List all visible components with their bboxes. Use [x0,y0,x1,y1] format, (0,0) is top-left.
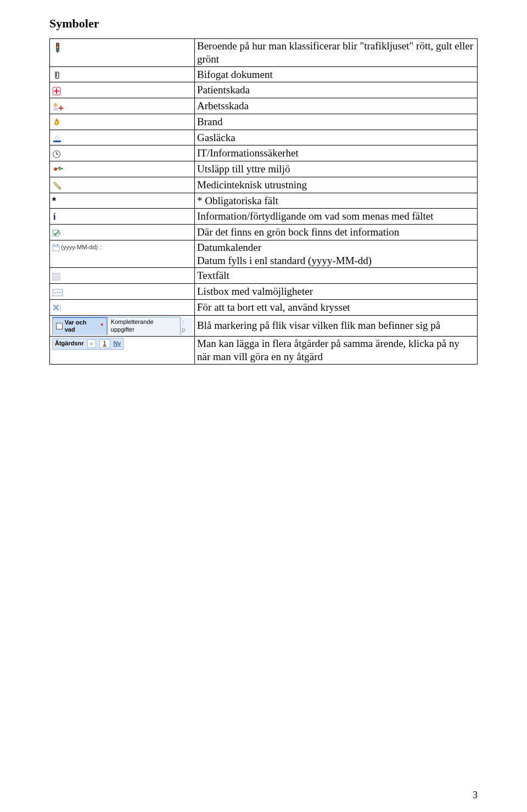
table-row: i Information/förtydligande om vad som m… [50,209,478,225]
tab-second-label: Kompletterande uppgifter [111,318,177,334]
cell-icon: i [50,209,195,225]
cell-icon [50,98,195,114]
svg-point-23 [59,187,61,189]
cell-desc: Textfält [195,268,478,284]
asterisk-icon: * [52,195,56,206]
svg-point-3 [57,49,58,51]
environment-icon [52,166,63,175]
svg-point-15 [58,138,59,139]
medtech-icon [52,181,62,191]
table-row: För att ta bort ett val, använd krysset [50,299,478,315]
cell-desc: Information/förtydligande om vad som men… [195,209,478,225]
cell-icon [50,66,195,82]
cell-icon: * [50,193,195,209]
svg-point-21 [59,166,61,168]
svg-point-1 [57,44,58,46]
table-row: Bifogat dokument [50,66,478,82]
cell-desc: Arbetsskada [195,98,478,114]
cell-desc: Medicinteknisk utrustning [195,177,478,193]
svg-point-2 [57,46,58,48]
svg-rect-29 [57,244,58,246]
table-row: Där det finns en grön bock finns det inf… [50,225,478,240]
atgards-label: Åtgärdsnr [55,340,84,348]
svg-rect-34 [59,273,61,280]
svg-rect-9 [53,108,58,111]
tab-second[interactable]: Kompletterande uppgifter [107,317,181,335]
svg-point-37 [57,292,58,293]
table-row: Medicinteknisk utrustning [50,177,478,193]
symbols-table: Beroende på hur man klassificerar blir "… [49,38,478,365]
table-row: Patientskada [50,82,478,98]
svg-rect-25 [59,232,60,234]
cell-icon [50,39,195,67]
svg-rect-11 [59,108,63,109]
cell-icon [50,82,195,98]
svg-point-14 [57,136,58,137]
cell-icon [50,225,195,240]
table-row: * * Obligatoriska fält [50,193,478,209]
svg-rect-41 [60,305,61,311]
cell-desc: Patientskada [195,82,478,98]
cell-desc: Där det finns en grön bock finns det inf… [195,225,478,240]
cell-desc: Blå markering på flik visar vilken flik … [195,315,478,337]
tab-checkbox-icon [56,323,63,329]
cell-icon [50,130,195,145]
cell-desc: Man kan lägga in flera åtgärder på samma… [195,337,478,365]
cell-desc: * Obligatoriska fält [195,193,478,209]
table-row: Brand [50,114,478,130]
clock-icon [52,150,61,159]
cell-icon [50,114,195,130]
cell-desc: Brand [195,114,478,130]
cell-icon: Var och vad * Kompletterande uppgifter 〉… [50,315,195,337]
fire-icon [52,117,61,127]
textfield-icon [52,272,61,281]
cell-desc: Listbox med valmöjligheter [195,284,478,300]
atgards-new-link[interactable]: Ny [114,340,121,348]
cell-icon [50,299,195,315]
svg-point-38 [60,292,61,293]
cell-desc: Gasläcka [195,130,478,145]
table-row: Gasläcka [50,130,478,145]
table-row: Beroende på hur man klassificerar blir "… [50,39,478,67]
svg-point-22 [61,167,63,169]
atgards-number[interactable]: 1 [99,339,110,348]
info-icon: i [53,212,55,221]
tab-active[interactable]: Var och vad * [52,317,107,335]
svg-rect-4 [57,52,58,53]
cell-desc: Beroende på hur man klassificerar blir "… [195,39,478,67]
cell-icon [50,284,195,300]
checkbox-green-icon [52,229,61,237]
svg-rect-12 [53,141,61,142]
svg-point-16 [56,139,57,140]
tab-overflow: 〉p [181,318,192,335]
table-row: Var och vad * Kompletterande uppgifter 〉… [50,315,478,337]
svg-rect-28 [54,244,55,246]
svg-point-13 [55,137,56,138]
cell-desc: IT/Informationssäkerhet [195,145,478,161]
cell-desc: Bifogat dokument [195,66,478,82]
date-format-required: : [100,244,102,251]
cell-icon: (yyyy-MM-dd) : [50,240,195,268]
table-row: IT/Informationssäkerhet [50,145,478,161]
gas-leak-icon [52,133,62,143]
listbox-icon [52,289,63,296]
date-format-widget: (yyyy-MM-dd) : [52,244,102,251]
calendar-icon [52,244,60,251]
page-title: Symboler [49,16,478,31]
remove-x-icon [52,304,62,312]
svg-rect-7 [54,91,59,92]
tab-active-label: Var och vad [65,319,98,334]
cell-icon [50,145,195,161]
atgards-widget: Åtgärdsnr × 1 Ny [52,338,124,350]
page-number: 3 [473,789,478,801]
cell-icon [50,268,195,284]
cell-icon [50,161,195,177]
table-row: Arbetsskada [50,98,478,114]
traffic-light-icon [52,42,63,53]
table-row: (yyyy-MM-dd) : Datumkalender Datum fylls… [50,240,478,268]
table-row: Textfält [50,268,478,284]
atgards-remove-button[interactable]: × [87,339,96,348]
tabs-widget: Var och vad * Kompletterande uppgifter 〉… [52,317,192,335]
table-row: Listbox med valmöjligheter [50,284,478,300]
cell-desc: Utsläpp till yttre miljö [195,161,478,177]
